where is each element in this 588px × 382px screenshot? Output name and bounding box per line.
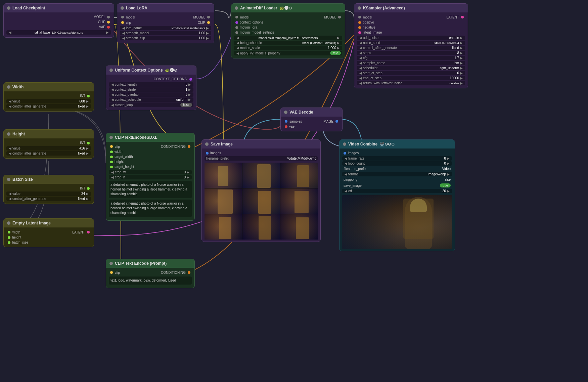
vd-samples-in[interactable]: [285, 120, 287, 123]
ks-seed-right[interactable]: ▶: [459, 41, 464, 45]
ad-apply-v2-row[interactable]: ◀ apply_v2_models_properly true: [234, 51, 342, 55]
ks-start-left[interactable]: ◀: [358, 71, 363, 75]
ad-apply-v2-toggle[interactable]: true: [330, 51, 341, 55]
width-value-row[interactable]: ◀ value 608 ▶: [6, 99, 91, 103]
vc-format-left[interactable]: ◀: [344, 172, 348, 176]
ks-cfg-left[interactable]: ◀: [358, 56, 363, 60]
ks-cfg-right[interactable]: ▶: [459, 56, 464, 60]
ad-motion-scale-right[interactable]: ▶: [336, 46, 341, 50]
ks-control-after-row[interactable]: ◀ control_after_generate fixed ▶: [357, 46, 465, 50]
uc-closed-toggle[interactable]: false: [180, 103, 192, 107]
ad-model-file-row[interactable]: ◀ model.hsxh temporal_layers.f16.safeten…: [234, 36, 342, 40]
ad-motion-settings-dot[interactable]: [235, 31, 238, 34]
ks-start-step-row[interactable]: ◀ start_at_step 0 ▶: [357, 71, 465, 75]
strength-model-left[interactable]: ◀: [121, 31, 126, 35]
cs-crop-h-right[interactable]: ▶: [186, 175, 190, 179]
uc-context-dot[interactable]: [189, 78, 192, 81]
uc-stride-row[interactable]: ◀ context_stride 1 ▶: [109, 87, 193, 92]
uc-overlap-right[interactable]: ▶: [187, 93, 192, 96]
strength-clip-row[interactable]: ◀ strength_clip 1.00 ▶: [120, 36, 211, 40]
cp-text[interactable]: text, logo, watermark, b&w, deformed, fu…: [109, 277, 192, 285]
ks-control-right[interactable]: ▶: [459, 46, 464, 50]
uc-length-row[interactable]: ◀ context_length 8 ▶: [109, 82, 193, 87]
width-ctrl-right[interactable]: ▶: [85, 104, 90, 108]
vc-format-row[interactable]: ◀ format image/webp ▶: [342, 172, 452, 176]
ks-add-noise-left[interactable]: ◀: [358, 36, 363, 40]
ks-scheduler-left[interactable]: ◀: [358, 66, 363, 70]
ks-positive-dot[interactable]: [358, 21, 361, 24]
width-value-left[interactable]: ◀: [8, 99, 12, 103]
vc-images-dot[interactable]: [344, 152, 346, 155]
strength-clip-right[interactable]: ▶: [205, 36, 210, 40]
vc-save-image-toggle[interactable]: true: [440, 183, 451, 187]
lora-model-in[interactable]: [121, 16, 124, 18]
ks-scheduler-right[interactable]: ▶: [459, 66, 464, 70]
lora-name-right[interactable]: ▶: [205, 26, 210, 30]
ks-end-right[interactable]: ▶: [459, 76, 464, 80]
cs-crop-h-left[interactable]: ◀: [110, 175, 115, 179]
batch-value-right[interactable]: ▶: [85, 192, 90, 196]
ad-model-file-left[interactable]: ◀: [235, 36, 240, 40]
uc-schedule-right[interactable]: ▶: [187, 98, 192, 101]
ad-context-dot[interactable]: [235, 21, 238, 24]
uc-closed-loop-row[interactable]: ◀ closed_loop false: [109, 102, 193, 107]
ad-motion-scale-left[interactable]: ◀: [235, 46, 240, 50]
cs-clip-in[interactable]: [110, 145, 113, 148]
uc-closed-left[interactable]: ◀: [110, 103, 115, 107]
cs-crop-w-right[interactable]: ▶: [186, 170, 190, 174]
el-width-in[interactable]: [8, 231, 10, 234]
uc-schedule-left[interactable]: ◀: [110, 98, 115, 101]
ks-steps-right[interactable]: ▶: [459, 51, 464, 55]
batch-value-row[interactable]: ◀ value 24 ▶: [6, 192, 91, 196]
ks-sampler-name-row[interactable]: ◀ sampler_name lcm ▶: [357, 61, 465, 65]
ks-scheduler-row[interactable]: ◀ scheduler sgm_uniform ▶: [357, 66, 465, 70]
cp-cond-dot[interactable]: [188, 271, 190, 274]
ks-steps-left[interactable]: ◀: [358, 51, 363, 55]
width-int-dot[interactable]: [87, 95, 90, 97]
ks-end-step-row[interactable]: ◀ end_at_step 10000 ▶: [357, 76, 465, 80]
vc-loop-count-left[interactable]: ◀: [344, 162, 348, 165]
lora-clip-out[interactable]: [207, 21, 210, 24]
cs-text-pos[interactable]: a detailed cinematic photo of a Norse wa…: [109, 181, 192, 198]
ks-start-right[interactable]: ▶: [459, 71, 464, 75]
si-filename-row[interactable]: filename_prefix %date:MMdd%\img: [205, 156, 318, 161]
ad-motion-lora-dot[interactable]: [235, 26, 238, 29]
vc-loop-count-row[interactable]: ◀ loop_count 0 ▶: [342, 161, 452, 166]
ks-seed-left[interactable]: ◀: [358, 41, 363, 45]
uc-schedule-row[interactable]: ◀ context_schedule uniform ▶: [109, 97, 193, 102]
cs-crop-w-row[interactable]: ◀ crop_w 0 ▶: [109, 170, 192, 174]
batch-ctrl-left[interactable]: ◀: [8, 197, 12, 201]
ks-steps-row[interactable]: ◀ steps 8 ▶: [357, 51, 465, 55]
uc-overlap-left[interactable]: ◀: [110, 93, 115, 96]
batch-ctrl-right[interactable]: ▶: [85, 197, 90, 201]
vc-frame-rate-row[interactable]: ◀ frame_rate 8 ▶: [342, 156, 452, 161]
lora-name-left[interactable]: ◀: [121, 26, 126, 30]
vc-crf-row[interactable]: ◀ crf 20 ▶: [342, 189, 452, 193]
ad-beta-left[interactable]: ◀: [235, 41, 240, 45]
el-latent-out[interactable]: [87, 231, 90, 234]
width-value-right[interactable]: ▶: [85, 99, 90, 103]
ad-motion-scale-row[interactable]: ◀ motion_scale 1.000 ▶: [234, 46, 342, 50]
ks-sampler-name-left[interactable]: ◀: [358, 61, 363, 65]
ks-negative-dot[interactable]: [358, 26, 361, 29]
ks-leftover-left[interactable]: ◀: [358, 81, 363, 85]
vc-crf-left[interactable]: ◀: [344, 189, 348, 193]
width-control-row[interactable]: ◀ control_after_generate fixed ▶: [6, 104, 91, 109]
ks-add-noise-right[interactable]: ▶: [459, 36, 464, 40]
vc-crf-right[interactable]: ▶: [446, 189, 451, 193]
checkpoint-right-arrow[interactable]: ▶: [105, 31, 110, 34]
cs-width-dot[interactable]: [110, 151, 113, 153]
checkpoint-value-row[interactable]: ◀ sd_xl_base_1.0_0.9vae.safetensors ▶: [6, 30, 111, 35]
vc-frame-rate-left[interactable]: ◀: [344, 157, 348, 160]
lora-name-row[interactable]: ◀ lora_name lcm-lora-sdxl.safetensors ▶: [120, 26, 211, 30]
cs-target-width-dot[interactable]: [110, 156, 113, 158]
ks-sampler-name-right[interactable]: ▶: [459, 61, 464, 65]
vd-vae-dot[interactable]: [285, 125, 287, 128]
uc-stride-right[interactable]: ▶: [187, 88, 192, 91]
ks-add-noise-row[interactable]: ◀ add_noise enable ▶: [357, 36, 465, 40]
strength-clip-left[interactable]: ◀: [121, 36, 126, 40]
batch-control-row[interactable]: ◀ control_after_generate fixed ▶: [6, 197, 91, 201]
ks-seed-row[interactable]: ◀ noise_seed 846050736870924 ▶: [357, 41, 465, 45]
height-ctrl-left[interactable]: ◀: [8, 152, 12, 155]
ks-leftover-noise-row[interactable]: ◀ return_with_leftover_noise disable ▶: [357, 81, 465, 85]
